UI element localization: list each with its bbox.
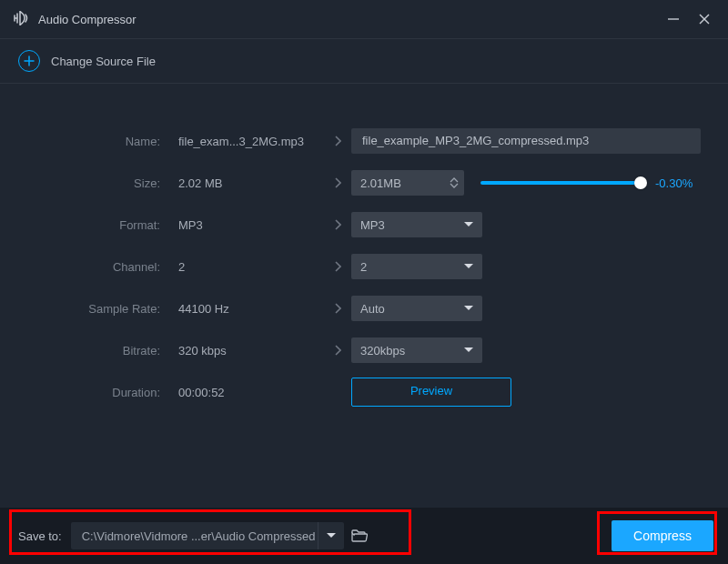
size-delta-percent: -0.30% xyxy=(655,176,693,190)
format-dropdown-value: MP3 xyxy=(360,218,385,232)
row-format: Format: MP3 MP3 xyxy=(27,204,701,246)
change-source-button[interactable]: Change Source File xyxy=(0,38,728,84)
folder-icon xyxy=(351,529,368,542)
row-channel: Channel: 2 2 xyxy=(27,246,701,287)
output-size-stepper[interactable]: 2.01MB xyxy=(351,170,464,196)
channel-label: Channel: xyxy=(27,260,178,274)
bitrate-label: Bitrate: xyxy=(27,344,178,358)
slider-knob[interactable] xyxy=(634,176,647,189)
svg-line-2 xyxy=(700,15,709,24)
save-path-value: C:\Vidmore\Vidmore ...er\Audio Compresse… xyxy=(71,529,318,543)
bitrate-dropdown-value: 320kbps xyxy=(360,344,405,358)
channel-dropdown-value: 2 xyxy=(360,260,367,274)
chevron-right-icon xyxy=(324,177,351,188)
channel-dropdown[interactable]: 2 xyxy=(351,254,482,279)
footer: Save to: C:\Vidmore\Vidmore ...er\Audio … xyxy=(0,508,728,564)
channel-value: 2 xyxy=(178,260,324,274)
sample-rate-label: Sample Rate: xyxy=(27,302,178,316)
chevron-right-icon xyxy=(324,219,351,230)
duration-label: Duration: xyxy=(27,386,178,399)
row-bitrate: Bitrate: 320 kbps 320kbps xyxy=(27,329,701,371)
size-value: 2.02 MB xyxy=(178,176,324,190)
bitrate-value: 320 kbps xyxy=(178,344,324,358)
plus-circle-icon xyxy=(18,50,40,72)
sample-rate-dropdown[interactable]: Auto xyxy=(351,296,482,321)
output-size-value: 2.01MB xyxy=(351,176,401,190)
chevron-right-icon xyxy=(324,345,351,356)
open-folder-button[interactable] xyxy=(349,526,369,546)
format-label: Format: xyxy=(27,218,178,232)
save-path-dropdown[interactable]: C:\Vidmore\Vidmore ...er\Audio Compresse… xyxy=(71,522,344,549)
format-value: MP3 xyxy=(178,218,324,232)
preview-button[interactable]: Preview xyxy=(351,378,511,407)
chevron-down-icon[interactable] xyxy=(318,533,344,539)
size-label: Size: xyxy=(27,176,178,190)
row-name: Name: file_exam...3_2MG.mp3 file_example… xyxy=(27,120,701,162)
row-sample-rate: Sample Rate: 44100 Hz Auto xyxy=(27,287,701,329)
close-button[interactable] xyxy=(693,8,715,30)
chevron-down-icon xyxy=(464,222,473,227)
row-size: Size: 2.02 MB 2.01MB -0.30% xyxy=(27,162,701,204)
app-title: Audio Compressor xyxy=(38,13,136,26)
chevron-down-icon xyxy=(464,306,473,311)
row-duration: Duration: 00:00:52 Preview xyxy=(27,371,701,413)
sample-rate-value: 44100 Hz xyxy=(178,302,324,316)
save-to-label: Save to: xyxy=(18,529,62,543)
stepper-arrows-icon[interactable] xyxy=(450,170,459,196)
chevron-right-icon xyxy=(324,303,351,314)
minimize-button[interactable] xyxy=(662,8,684,30)
size-slider[interactable] xyxy=(480,181,641,185)
title-bar: Audio Compressor xyxy=(0,0,728,38)
name-value: file_exam...3_2MG.mp3 xyxy=(178,135,324,148)
name-label: Name: xyxy=(27,135,178,148)
bitrate-dropdown[interactable]: 320kbps xyxy=(351,337,482,363)
sample-rate-dropdown-value: Auto xyxy=(360,302,385,316)
output-name-input[interactable]: file_example_MP3_2MG_compressed.mp3 xyxy=(351,128,701,154)
format-dropdown[interactable]: MP3 xyxy=(351,212,482,237)
chevron-down-icon xyxy=(464,264,473,269)
svg-line-1 xyxy=(700,15,709,24)
form: Name: file_exam...3_2MG.mp3 file_example… xyxy=(0,84,728,413)
chevron-down-icon xyxy=(464,347,473,353)
app-logo-icon xyxy=(13,11,29,28)
chevron-right-icon xyxy=(324,136,351,146)
compress-button[interactable]: Compress xyxy=(612,520,713,551)
change-source-label: Change Source File xyxy=(51,55,156,68)
duration-value: 00:00:52 xyxy=(178,386,324,399)
chevron-right-icon xyxy=(324,261,351,272)
